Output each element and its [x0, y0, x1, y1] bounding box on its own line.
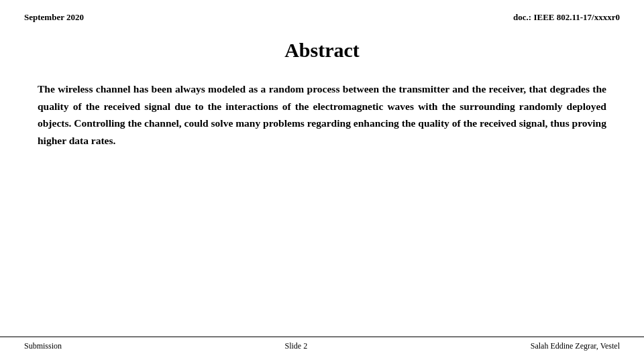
content-section: The wireless channel has been always mod… [0, 80, 644, 149]
slide-title: Abstract [0, 39, 644, 62]
footer-submission: Submission [24, 341, 62, 351]
footer-slide-number: Slide 2 [285, 341, 308, 351]
header-doc: doc.: IEEE 802.11-17/xxxxr0 [513, 12, 620, 23]
header-date: September 2020 [24, 12, 84, 23]
header: September 2020 doc.: IEEE 802.11-17/xxxx… [0, 0, 644, 23]
footer: Submission Slide 2 Salah Eddine Zegrar, … [0, 337, 644, 351]
footer-author: Salah Eddine Zegrar, Vestel [531, 341, 620, 351]
abstract-text: The wireless channel has been always mod… [38, 80, 606, 149]
title-section: Abstract [0, 39, 644, 62]
slide: September 2020 doc.: IEEE 802.11-17/xxxx… [0, 0, 644, 362]
